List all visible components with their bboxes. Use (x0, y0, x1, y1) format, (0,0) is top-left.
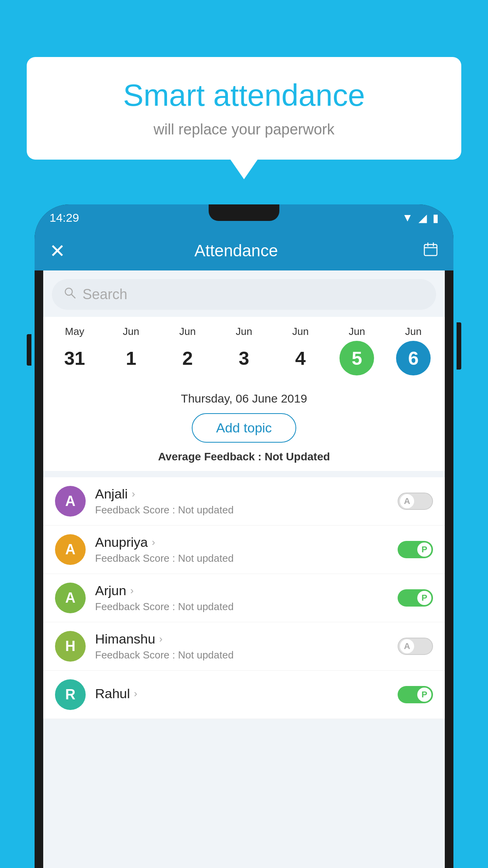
toggle-knob: A (400, 494, 414, 508)
svg-rect-0 (424, 245, 437, 256)
date-cell[interactable]: Jun4 (277, 326, 324, 375)
day-number[interactable]: 31 (57, 341, 92, 375)
toggle-knob: A (400, 639, 414, 653)
date-cell[interactable]: Jun6 (390, 326, 437, 375)
feedback-score: Feedback Score : Not updated (95, 504, 398, 516)
avatar: H (55, 631, 86, 662)
day-number[interactable]: 6 (396, 341, 431, 375)
date-cell[interactable]: May31 (51, 326, 98, 375)
phone-frame: 14:29 ▼ ◢ ▮ ✕ Attendance (35, 204, 453, 868)
day-number[interactable]: 4 (283, 341, 318, 375)
attendance-toggle[interactable]: P (398, 686, 433, 703)
date-display: Thursday, 06 June 2019 (43, 384, 445, 405)
date-cell[interactable]: Jun3 (220, 326, 268, 375)
student-name: Rahul › (95, 686, 398, 701)
student-info: Anjali ›Feedback Score : Not updated (95, 486, 398, 516)
search-placeholder: Search (83, 286, 127, 303)
add-topic-wrapper: Add topic (43, 405, 445, 451)
month-label: May (65, 326, 84, 338)
avatar: A (55, 486, 86, 517)
speech-bubble: Smart attendance will replace your paper… (27, 57, 461, 160)
attendance-toggle[interactable]: A (398, 493, 433, 510)
calendar-row: May31Jun1Jun2Jun3Jun4Jun5Jun6 (43, 317, 445, 384)
student-name: Arjun › (95, 583, 398, 598)
month-label: Jun (179, 326, 196, 338)
selected-date-text: Thursday, 06 June 2019 (181, 392, 307, 405)
feedback-score: Feedback Score : Not updated (95, 552, 398, 565)
student-item[interactable]: AArjun ›Feedback Score : Not updatedP (43, 574, 445, 622)
wifi-icon: ▼ (402, 211, 413, 224)
student-info: Anupriya ›Feedback Score : Not updated (95, 535, 398, 565)
month-label: Jun (405, 326, 422, 338)
day-number[interactable]: 2 (170, 341, 205, 375)
calendar-icon[interactable] (423, 241, 438, 261)
feedback-score: Feedback Score : Not updated (95, 649, 398, 661)
signal-icon: ◢ (418, 211, 427, 224)
toggle-wrapper: A (398, 493, 433, 510)
search-icon (64, 286, 76, 303)
day-number[interactable]: 1 (114, 341, 149, 375)
feedback-score: Feedback Score : Not updated (95, 601, 398, 613)
day-number[interactable]: 5 (339, 341, 374, 375)
toggle-wrapper: A (398, 638, 433, 655)
toggle-knob: P (417, 688, 431, 702)
battery-icon: ▮ (433, 211, 438, 224)
toggle-wrapper: P (398, 541, 433, 558)
student-info: Arjun ›Feedback Score : Not updated (95, 583, 398, 613)
chevron-right-icon: › (159, 633, 163, 645)
search-bar[interactable]: Search (52, 279, 436, 310)
student-item[interactable]: RRahul ›P (43, 671, 445, 719)
student-item[interactable]: AAnupriya ›Feedback Score : Not updatedP (43, 526, 445, 574)
attendance-toggle[interactable]: P (398, 589, 433, 607)
month-label: Jun (349, 326, 365, 338)
student-list: AAnjali ›Feedback Score : Not updatedAAA… (43, 477, 445, 719)
date-cell[interactable]: Jun5 (333, 326, 380, 375)
svg-line-5 (72, 294, 75, 298)
date-cell[interactable]: Jun2 (164, 326, 211, 375)
student-item[interactable]: AAnjali ›Feedback Score : Not updatedA (43, 477, 445, 526)
avg-feedback-label: Average Feedback : (158, 451, 262, 463)
date-row: May31Jun1Jun2Jun3Jun4Jun5Jun6 (43, 326, 445, 375)
average-feedback: Average Feedback : Not Updated (43, 451, 445, 471)
student-info: Rahul › (95, 686, 398, 704)
chevron-right-icon: › (152, 536, 155, 548)
status-icons: ▼ ◢ ▮ (402, 211, 438, 224)
month-label: Jun (292, 326, 309, 338)
student-info: Himanshu ›Feedback Score : Not updated (95, 631, 398, 661)
phone-screen: Search May31Jun1Jun2Jun3Jun4Jun5Jun6 Thu… (43, 270, 445, 868)
student-name: Anupriya › (95, 535, 398, 550)
toggle-knob: P (417, 591, 431, 605)
avatar: A (55, 534, 86, 565)
date-cell[interactable]: Jun1 (108, 326, 155, 375)
chevron-right-icon: › (130, 585, 134, 597)
avatar: R (55, 679, 86, 710)
status-time: 14:29 (50, 211, 79, 224)
attendance-toggle[interactable]: A (398, 638, 433, 655)
month-label: Jun (123, 326, 139, 338)
chevron-right-icon: › (132, 488, 135, 500)
avg-feedback-value: Not Updated (264, 451, 330, 463)
avatar: A (55, 583, 86, 613)
toggle-knob: P (417, 542, 431, 557)
chevron-right-icon: › (134, 688, 138, 700)
phone-side-right (457, 322, 461, 370)
toggle-wrapper: P (398, 686, 433, 703)
toggle-wrapper: P (398, 589, 433, 607)
student-name: Anjali › (95, 486, 398, 502)
phone-notch (209, 204, 279, 221)
speech-bubble-wrapper: Smart attendance will replace your paper… (27, 57, 461, 160)
phone-side-left (27, 334, 31, 366)
student-item[interactable]: HHimanshu ›Feedback Score : Not updatedA (43, 622, 445, 671)
bubble-title: Smart attendance (50, 79, 438, 112)
add-topic-button[interactable]: Add topic (192, 413, 296, 443)
bubble-subtitle: will replace your paperwork (50, 121, 438, 138)
day-number[interactable]: 3 (227, 341, 261, 375)
attendance-toggle[interactable]: P (398, 541, 433, 558)
month-label: Jun (236, 326, 252, 338)
app-bar: ✕ Attendance (35, 231, 453, 270)
app-bar-title: Attendance (50, 241, 423, 260)
student-name: Himanshu › (95, 631, 398, 647)
